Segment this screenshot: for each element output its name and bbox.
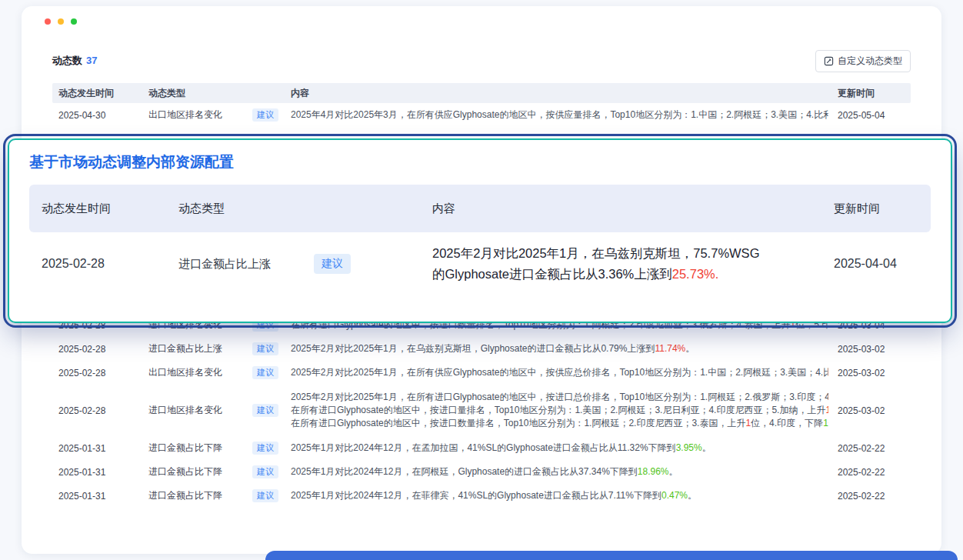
- row-content: 2025年1月对比2024年12月，在菲律宾，41%SL的Glyphosate进…: [291, 489, 838, 502]
- popup-header-content: 内容: [420, 202, 821, 216]
- highlight-popup-card: 基于市场动态调整内部资源配置 动态发生时间 动态类型 内容 更新时间 2025-…: [8, 138, 952, 323]
- row-type-cell: 进口金额占比下降 建议: [148, 489, 291, 502]
- row-type-cell: 进口金额占比下降 建议: [148, 442, 291, 455]
- popup-row-occur-time: 2025-02-28: [29, 257, 166, 271]
- row-occur-time: 2025-01-31: [52, 491, 148, 502]
- row-type-cell: 出口地区排名变化 建议: [148, 366, 291, 379]
- row-occur-time: 2025-02-28: [52, 368, 148, 378]
- row-type-cell: 进口金额占比上涨 建议: [148, 342, 291, 355]
- popup-table-header: 动态发生时间 动态类型 内容 更新时间: [29, 185, 931, 232]
- table-row[interactable]: 2025-01-31 进口金额占比下降 建议 2025年1月对比2024年12月…: [52, 436, 911, 460]
- popup-content-cell: 2025年2月对比2025年1月，在乌兹别克斯坦，75.7%WSG的Glypho…: [420, 243, 821, 285]
- table-header: 动态发生时间 动态类型 内容 更新时间: [52, 83, 911, 103]
- header-occur-time: 动态发生时间: [52, 87, 148, 100]
- suggestion-badge: 建议: [252, 489, 278, 502]
- row-content: 2025年2月对比2025年1月，在所有供应Glyphosate的地区中，按供应…: [291, 366, 838, 379]
- suggestion-badge: 建议: [252, 342, 278, 355]
- row-update-time: 2025-03-02: [838, 368, 911, 378]
- suggestion-badge: 建议: [252, 108, 278, 122]
- row-content: 2025年1月对比2024年12月，在孟加拉国，41%SL的Glyphosate…: [291, 442, 838, 455]
- row-type-label: 进口地区排名变化: [148, 404, 222, 417]
- dynamics-count-value: 37: [86, 55, 97, 66]
- popup-row-update-time: 2025-04-04: [821, 257, 931, 271]
- suggestion-badge: 建议: [252, 404, 278, 417]
- table-row[interactable]: 2025-01-31 进口金额占比下降 建议 2025年1月对比2024年12月…: [52, 460, 911, 484]
- dynamics-count-label: 动态数: [52, 55, 82, 66]
- table-row[interactable]: 2025-02-28 进口地区排名变化 建议 2025年2月对比2025年1月，…: [52, 385, 911, 436]
- row-update-time: 2025-03-02: [838, 344, 911, 355]
- row-type-label: 进口金额占比下降: [148, 442, 222, 455]
- row-type-cell: 出口地区排名变化 建议: [148, 108, 291, 122]
- suggestion-badge: 建议: [252, 442, 278, 455]
- row-type-cell: 进口地区排名变化 建议: [148, 404, 291, 417]
- header-update-time: 更新时间: [838, 87, 911, 100]
- row-type-label: 进口金额占比下降: [148, 465, 222, 478]
- popup-row-type-cell: 进口金额占比上涨 建议: [166, 254, 420, 274]
- row-occur-time: 2025-01-31: [52, 443, 148, 454]
- customize-dynamic-types-button[interactable]: 自定义动态类型: [815, 50, 911, 72]
- popup-header-dynamic-type: 动态类型: [166, 202, 420, 216]
- table-row[interactable]: 2025-02-28 进口金额占比上涨 建议 2025年2月对比2025年1月，…: [52, 337, 911, 361]
- customize-icon: [824, 56, 834, 66]
- customize-button-label: 自定义动态类型: [838, 55, 902, 68]
- header-content: 内容: [291, 87, 838, 100]
- row-content: 2025年4月对比2025年3月，在所有供应Glyphosate的地区中，按供应…: [291, 108, 838, 122]
- minimize-window-button[interactable]: [58, 18, 64, 25]
- row-update-time: 2025-02-22: [838, 491, 911, 502]
- suggestion-badge: 建议: [252, 366, 278, 379]
- row-content: 2025年2月对比2025年1月，在所有进口Glyphosate的地区中，按进口…: [291, 391, 838, 430]
- popup-header-occur-time: 动态发生时间: [29, 202, 166, 216]
- popup-suggestion-badge: 建议: [314, 254, 351, 274]
- row-update-time: 2025-05-04: [838, 110, 911, 121]
- row-occur-time: 2025-02-28: [52, 405, 148, 416]
- row-type-label: 出口地区排名变化: [148, 108, 222, 122]
- dynamics-count: 动态数37: [52, 54, 97, 68]
- row-update-time: 2025-02-22: [838, 467, 911, 478]
- popup-title: 基于市场动态调整内部资源配置: [29, 152, 931, 172]
- header-dynamic-type: 动态类型: [148, 87, 291, 100]
- row-occur-time: 2025-02-28: [52, 344, 148, 355]
- popup-table-row[interactable]: 2025-02-28 进口金额占比上涨 建议 2025年2月对比2025年1月，…: [29, 232, 931, 294]
- row-occur-time: 2025-01-31: [52, 467, 148, 478]
- table-row[interactable]: 2025-02-28 出口地区排名变化 建议 2025年2月对比2025年1月，…: [52, 361, 911, 385]
- row-type-cell: 进口金额占比下降 建议: [148, 465, 291, 478]
- row-type-label: 进口金额占比上涨: [148, 342, 222, 355]
- popup-header-update-time: 更新时间: [821, 202, 931, 216]
- row-type-label: 出口地区排名变化: [148, 366, 222, 379]
- bottom-partial-banner: [265, 551, 958, 560]
- row-type-label: 进口金额占比下降: [148, 489, 222, 502]
- row-content: 2025年1月对比2024年12月，在阿根廷，Glyphosate的进口金额占比…: [291, 465, 838, 478]
- row-content: 2025年2月对比2025年1月，在乌兹别克斯坦，Glyphosate的进口金额…: [291, 342, 838, 355]
- popup-row-type-label: 进口金额占比上涨: [178, 257, 271, 272]
- maximize-window-button[interactable]: [71, 18, 77, 25]
- row-update-time: 2025-03-02: [838, 405, 911, 416]
- suggestion-badge: 建议: [252, 465, 278, 478]
- window-controls: [45, 18, 77, 25]
- table-row[interactable]: 2025-04-30 出口地区排名变化 建议 2025年4月对比2025年3月，…: [52, 103, 911, 127]
- table-row[interactable]: 2025-01-31 进口金额占比下降 建议 2025年1月对比2024年12月…: [52, 484, 911, 508]
- row-occur-time: 2025-04-30: [52, 110, 148, 121]
- close-window-button[interactable]: [45, 18, 51, 25]
- row-update-time: 2025-02-22: [838, 443, 911, 454]
